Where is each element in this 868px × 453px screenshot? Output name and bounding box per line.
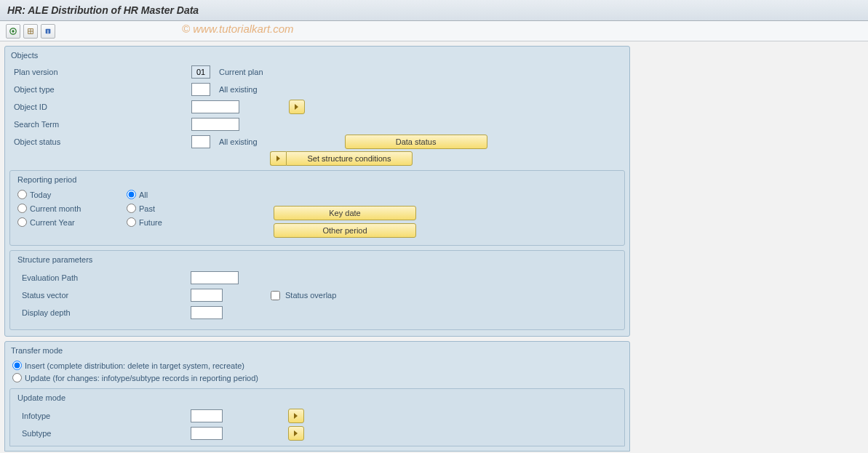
reporting-period-title: Reporting period [17, 174, 617, 190]
plan-version-input[interactable] [191, 65, 210, 79]
page-title: HR: ALE Distribution of HR Master Data [0, 0, 868, 21]
eval-path-label: Evaluation Path [17, 273, 191, 282]
radio-all-label: All [139, 191, 148, 199]
variant-button[interactable] [23, 24, 38, 39]
infotype-label: Infotype [17, 412, 191, 420]
info-button[interactable]: i [41, 24, 55, 39]
data-status-button[interactable]: Data status [345, 135, 487, 149]
object-type-label: Object type [9, 85, 191, 94]
svg-point-1 [12, 30, 14, 32]
radio-insert[interactable]: Insert (complete distribution: delete in… [9, 359, 625, 372]
display-depth-input[interactable] [191, 306, 223, 319]
search-term-label: Search Term [9, 120, 191, 129]
objects-group: Objects Plan version Current plan Object… [4, 46, 630, 337]
structure-params-group: Structure parameters Evaluation Path Sta… [9, 250, 625, 330]
structure-conditions-arrow-icon[interactable] [270, 151, 286, 166]
status-overlap-checkbox[interactable]: Status overlap [268, 289, 336, 302]
update-mode-title: Update mode [17, 392, 617, 408]
objects-group-title: Objects [9, 49, 625, 64]
object-id-multiselect-button[interactable] [289, 100, 305, 114]
structure-params-title: Structure parameters [17, 254, 617, 270]
arrow-right-icon [292, 430, 300, 437]
radio-future[interactable]: Future [127, 217, 236, 227]
object-status-label: Object status [9, 137, 191, 146]
object-type-input[interactable] [191, 83, 210, 96]
plan-version-desc: Current plan [219, 68, 263, 76]
reporting-period-group: Reporting period Today Current month Cur… [9, 170, 625, 246]
radio-current-year-label: Current Year [30, 218, 75, 227]
radio-all[interactable]: All [127, 190, 236, 199]
radio-current-month[interactable]: Current month [17, 204, 127, 213]
infotype-input[interactable] [191, 409, 223, 422]
object-status-input[interactable] [191, 135, 210, 148]
execute-button[interactable] [6, 24, 20, 39]
object-id-label: Object ID [9, 103, 191, 111]
eval-path-input[interactable] [191, 271, 239, 284]
radio-past-label: Past [139, 204, 155, 213]
radio-future-label: Future [139, 218, 162, 227]
main-content: Objects Plan version Current plan Object… [0, 41, 634, 453]
status-vector-input[interactable] [191, 289, 223, 302]
search-term-input[interactable] [191, 118, 239, 131]
plan-version-label: Plan version [9, 68, 191, 76]
object-id-input[interactable] [191, 100, 239, 113]
radio-today[interactable]: Today [17, 190, 127, 199]
update-mode-group: Update mode Infotype Subtype [9, 388, 625, 446]
toolbar: i © www.tutorialkart.com [0, 21, 868, 41]
radio-current-year[interactable]: Current Year [17, 217, 127, 227]
display-depth-label: Display depth [17, 308, 191, 317]
object-status-desc: All existing [219, 137, 258, 146]
radio-insert-label: Insert (complete distribution: delete in… [25, 361, 244, 370]
object-type-desc: All existing [219, 85, 258, 94]
status-vector-label: Status vector [17, 291, 191, 300]
subtype-label: Subtype [17, 429, 191, 438]
arrow-right-icon [292, 412, 300, 420]
radio-current-month-label: Current month [30, 204, 81, 213]
key-date-button[interactable]: Key date [274, 206, 416, 220]
radio-update[interactable]: Update (for changes: infotype/subtype re… [9, 372, 625, 384]
transfer-mode-group: Transfer mode Insert (complete distribut… [4, 341, 630, 452]
other-period-button[interactable]: Other period [274, 223, 416, 238]
arrow-right-icon [293, 103, 300, 111]
status-overlap-label: Status overlap [285, 291, 336, 300]
structure-conditions-button[interactable]: Set structure conditions [286, 151, 413, 166]
watermark: © www.tutorialkart.com [182, 23, 294, 35]
subtype-input[interactable] [191, 427, 223, 440]
radio-past[interactable]: Past [127, 204, 236, 213]
infotype-multiselect-button[interactable] [288, 409, 304, 423]
svg-text:i: i [47, 28, 49, 33]
radio-update-label: Update (for changes: infotype/subtype re… [25, 374, 258, 382]
subtype-multiselect-button[interactable] [288, 426, 304, 441]
radio-today-label: Today [30, 191, 51, 199]
transfer-mode-title: Transfer mode [9, 345, 625, 359]
